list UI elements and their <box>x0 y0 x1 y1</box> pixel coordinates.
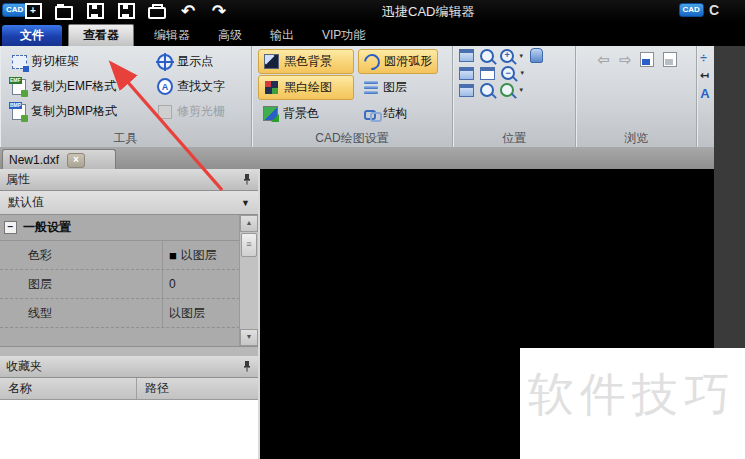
menu-bar: 文件 查看器 编辑器 高级 输出 VIP功能 <box>0 22 745 46</box>
background-color-icon <box>263 106 279 122</box>
menu-file-button[interactable]: 文件 <box>2 25 62 46</box>
ribbon-group-browse: ⇦ ⇨ 浏览 <box>576 46 697 147</box>
copy-bmp-label: 复制为BMP格式 <box>31 103 117 120</box>
group-label-tools: 工具 <box>0 130 251 147</box>
property-label: 线型 <box>0 299 162 327</box>
zoom-in-icon[interactable]: + <box>500 49 514 63</box>
find-text-button[interactable]: A 查找文字 <box>152 74 230 99</box>
zoom-in-dropdown-icon[interactable]: ▼ <box>518 53 524 59</box>
save-as-icon <box>118 3 135 19</box>
scrollbar-track[interactable] <box>240 258 258 329</box>
trim-raster-label: 修剪光栅 <box>177 103 225 120</box>
zoom-globe-icon[interactable] <box>500 83 514 97</box>
property-label: 图层 <box>0 270 162 298</box>
title-bar: CAD + ↶ ↷ 迅捷CAD编辑器 CAD C <box>0 0 745 22</box>
zoom-previous-icon[interactable] <box>480 83 494 97</box>
tab-close-icon[interactable]: × <box>67 153 85 168</box>
undo-icon: ↶ <box>181 3 195 20</box>
menu-tab-vip[interactable]: VIP功能 <box>308 25 379 46</box>
smooth-arc-toggle[interactable]: 圆滑弧形 <box>358 49 438 74</box>
new-file-icon: + <box>25 3 42 19</box>
copy-bmp-icon: BMP <box>11 104 27 120</box>
property-value: 以图层 <box>169 305 205 322</box>
copy-emf-button[interactable]: EMF 复制为EMF格式 <box>6 74 148 99</box>
measure-icon[interactable]: ↤ <box>700 70 714 81</box>
nav-back-icon[interactable]: ⇦ <box>597 52 610 67</box>
pin-icon[interactable] <box>242 360 252 373</box>
property-row-layer[interactable]: 图层 0 <box>0 270 240 299</box>
copy-emf-label: 复制为EMF格式 <box>31 78 116 95</box>
black-background-toggle[interactable]: 黑色背景 <box>258 49 354 74</box>
scrollbar-thumb[interactable]: ≡ <box>241 233 257 257</box>
tree-scrollbar[interactable]: ▲ ≡ ▼ <box>239 215 258 346</box>
taskbar-cad-icon[interactable]: CAD <box>679 3 704 17</box>
ribbon-group-position: + ▼ − ▼ ▼ 位置 <box>453 46 576 147</box>
dimension-icon[interactable]: ÷ <box>700 52 714 64</box>
column-header-name[interactable]: 名称 <box>0 378 137 399</box>
layers-button[interactable]: 图层 <box>358 75 438 100</box>
zoom-out-dropdown-icon[interactable]: ▼ <box>519 70 525 76</box>
scroll-up-icon[interactable]: ▲ <box>240 215 258 232</box>
trim-raster-button: 修剪光栅 <box>152 99 230 124</box>
background-color-button[interactable]: 背景色 <box>258 101 354 126</box>
open-file-button[interactable] <box>55 4 73 19</box>
group-label-position: 位置 <box>453 130 575 147</box>
column-header-path[interactable]: 路径 <box>137 378 258 399</box>
zoom-globe-dropdown-icon[interactable]: ▼ <box>518 87 524 93</box>
bw-drawing-label: 黑白绘图 <box>284 79 332 96</box>
collapse-icon[interactable]: − <box>4 221 17 234</box>
show-points-button[interactable]: 显示点 <box>152 49 230 74</box>
save-as-button[interactable] <box>117 4 135 19</box>
zoom-window-arrow-icon[interactable] <box>459 49 474 62</box>
page-setup-icon[interactable] <box>640 52 654 67</box>
document-tab[interactable]: New1.dxf × <box>2 149 116 170</box>
black-background-label: 黑色背景 <box>284 53 332 70</box>
tree-group-general-settings[interactable]: − 一般设置 <box>0 215 240 241</box>
scroll-down-icon[interactable]: ▼ <box>240 329 258 346</box>
undo-button[interactable]: ↶ <box>179 4 197 19</box>
titlebar-right: CAD C <box>679 2 719 18</box>
quick-access-toolbar: + ↶ ↷ <box>24 0 228 22</box>
zoom-region-icon[interactable] <box>480 49 494 63</box>
nav-forward-icon[interactable]: ⇨ <box>619 52 632 67</box>
new-file-button[interactable]: + <box>24 4 42 19</box>
print-button[interactable] <box>148 4 166 19</box>
menu-tab-viewer[interactable]: 查看器 <box>68 24 134 46</box>
pin-icon[interactable] <box>242 173 252 186</box>
tile-windows-icon[interactable] <box>459 67 474 80</box>
redo-button[interactable]: ↷ <box>210 4 228 19</box>
bw-drawing-toggle[interactable]: 黑白绘图 <box>258 75 354 100</box>
save-button[interactable] <box>86 4 104 19</box>
property-row-linetype[interactable]: 线型 以图层 <box>0 299 240 328</box>
print-icon <box>148 7 166 19</box>
ucs-view-icon[interactable] <box>459 84 474 97</box>
group-label-cad-draw-settings: CAD绘图设置 <box>252 130 452 147</box>
property-row-color[interactable]: 色彩 ■ 以图层 <box>0 241 240 270</box>
structure-button[interactable]: 结构 <box>358 101 438 126</box>
favorites-panel-header: 收藏夹 <box>0 356 258 378</box>
behind-window-strip <box>714 46 745 348</box>
show-points-label: 显示点 <box>177 53 213 70</box>
property-value: 0 <box>169 277 176 291</box>
zoom-extents-icon[interactable] <box>480 67 495 80</box>
tree-group-label: 一般设置 <box>23 219 71 236</box>
document-tab-label: New1.dxf <box>9 153 59 167</box>
menu-tab-editor[interactable]: 编辑器 <box>140 25 204 46</box>
structure-icon <box>363 106 379 122</box>
preset-dropdown[interactable]: 默认值 ▼ <box>0 191 258 215</box>
menu-tab-advanced[interactable]: 高级 <box>204 25 256 46</box>
pan-hand-icon[interactable] <box>530 48 543 63</box>
text-tool-icon[interactable]: A <box>700 87 714 100</box>
page-next-icon[interactable] <box>663 52 677 67</box>
properties-tree: − 一般设置 色彩 ■ 以图层 图层 0 线型 以图层 ▲ ≡ <box>0 215 258 347</box>
menu-tab-output[interactable]: 输出 <box>256 25 308 46</box>
find-text-label: 查找文字 <box>177 78 225 95</box>
clip-frame-button[interactable]: 剪切框架 <box>6 49 148 74</box>
zoom-out-icon[interactable]: − <box>501 66 515 80</box>
ribbon-group-cad-draw-settings: 黑色背景 黑白绘图 背景色 圆滑弧形 图层 <box>252 46 453 147</box>
favorites-list[interactable] <box>0 400 258 459</box>
copy-bmp-button[interactable]: BMP 复制为BMP格式 <box>6 99 148 124</box>
smooth-arc-icon <box>364 54 380 70</box>
show-points-icon <box>157 54 173 70</box>
smooth-arc-label: 圆滑弧形 <box>384 53 432 70</box>
